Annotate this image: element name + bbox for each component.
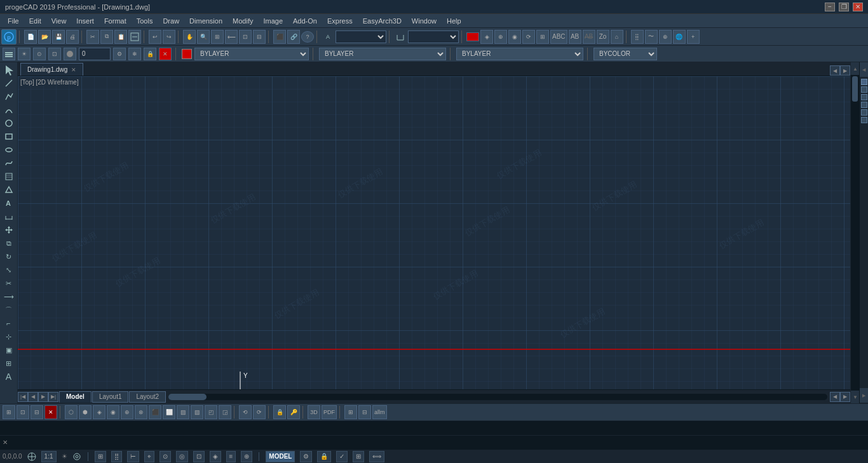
btm-btn22[interactable]: ⊟ xyxy=(358,405,371,419)
tool-hatch[interactable] xyxy=(1,170,17,183)
text-style-dropdown[interactable]: Standard xyxy=(336,30,386,43)
tb-circle-cross[interactable]: ⊕ xyxy=(659,30,672,44)
tb-text2[interactable]: AB xyxy=(569,30,581,44)
layer-freeze-btn[interactable]: ❄ xyxy=(128,48,141,60)
canvas-area[interactable]: [Top] [2D Wireframe] xyxy=(18,76,850,389)
tool-fillet[interactable]: ⌒ xyxy=(1,304,17,316)
tool-arc[interactable] xyxy=(1,104,17,116)
zoom-all-btn[interactable]: ⊡ xyxy=(239,30,252,44)
tool-text[interactable]: A xyxy=(1,197,17,210)
right-scroll-down[interactable]: ▼ xyxy=(851,391,860,403)
far-right-btn2[interactable]: ▶ xyxy=(860,388,869,403)
btm-btn20[interactable]: 🔑 xyxy=(287,405,300,419)
tool-letter-a[interactable]: A xyxy=(1,370,17,383)
menu-file[interactable]: File xyxy=(3,14,24,28)
tool-copy[interactable]: ⧉ xyxy=(1,237,17,250)
btm-btn12[interactable]: ⬜ xyxy=(163,405,175,419)
polar-btn[interactable]: ⌖ xyxy=(144,451,154,462)
model-btn[interactable]: MODEL xyxy=(266,451,295,462)
layer-icon2[interactable]: ⊙ xyxy=(33,48,46,60)
tool-group[interactable]: ▣ xyxy=(1,344,17,356)
tool-circle[interactable] xyxy=(1,117,17,130)
zoom-ext-btn[interactable]: ⊟ xyxy=(253,30,266,44)
arrows-btn[interactable]: ⟺ xyxy=(369,451,384,462)
ducs-btn[interactable]: ⊡ xyxy=(193,451,205,462)
btm-btn17[interactable]: ⟲ xyxy=(239,405,252,419)
menu-dimension[interactable]: Dimension xyxy=(184,14,227,28)
layer-props-btn[interactable] xyxy=(3,48,15,60)
v-scrollbar[interactable] xyxy=(851,75,859,391)
insert-block-btn[interactable]: ⬛ xyxy=(273,30,286,44)
btm-btn14[interactable]: ▧ xyxy=(191,405,203,419)
btm-btn4[interactable]: ✕ xyxy=(44,405,57,419)
tb-wave[interactable]: 〜 xyxy=(645,30,658,44)
menu-express[interactable]: Express xyxy=(322,14,358,28)
layout-tab-model[interactable]: Model xyxy=(59,391,92,403)
paste-btn[interactable]: 📋 xyxy=(114,30,127,44)
tb-text1[interactable]: ABC xyxy=(550,30,567,44)
redo-btn[interactable]: ↪ xyxy=(163,30,175,44)
tool-polyline[interactable] xyxy=(1,90,17,103)
annotate-btn[interactable]: ✓ xyxy=(336,451,348,462)
tb-globe[interactable]: 🌐 xyxy=(673,30,686,44)
menu-help[interactable]: Help xyxy=(442,14,466,28)
tb-extra3[interactable]: ◉ xyxy=(508,30,521,44)
menu-tools[interactable]: Tools xyxy=(132,14,158,28)
snap-btn[interactable]: ⊞ xyxy=(95,451,106,462)
btm-btn16[interactable]: ◲ xyxy=(219,405,231,419)
far-right-btn1[interactable]: ◀ xyxy=(860,62,869,77)
lineweight-dropdown[interactable]: BYLAYER xyxy=(456,48,583,60)
layer-del-btn[interactable]: ✕ xyxy=(159,48,172,60)
copy-btn[interactable]: ⧉ xyxy=(100,30,113,44)
btm-pdf-btn[interactable]: PDF xyxy=(322,405,337,419)
matchprop-btn[interactable] xyxy=(128,30,141,44)
print-btn[interactable]: 🖨 xyxy=(66,30,79,44)
tb-extra1[interactable]: ◈ xyxy=(480,30,493,44)
workspace-btn[interactable]: ⊞ xyxy=(353,451,364,462)
zoom-prev-btn[interactable]: ⟵ xyxy=(225,30,238,44)
far-right-tool6[interactable] xyxy=(861,117,867,123)
layer-icon4[interactable] xyxy=(64,48,76,60)
open-btn[interactable]: 📂 xyxy=(38,30,51,44)
color-dropdown[interactable]: BYLAYER xyxy=(194,48,309,60)
layer-lock-btn[interactable]: 🔒 xyxy=(144,48,156,60)
tool-rect[interactable] xyxy=(1,130,17,143)
tool-rotate[interactable]: ↻ xyxy=(1,250,17,263)
scroll-left-btn[interactable]: ◀ xyxy=(830,392,840,402)
dyn-btn[interactable]: ◈ xyxy=(210,451,221,462)
menu-image[interactable]: Image xyxy=(258,14,288,28)
btm-btn21[interactable]: ⊞ xyxy=(344,405,357,419)
tab-prev-btn[interactable]: ◀ xyxy=(830,65,840,76)
new-btn[interactable]: 📄 xyxy=(24,30,37,44)
tb-extra4[interactable]: ⟳ xyxy=(522,30,535,44)
tool-block[interactable]: ⊞ xyxy=(1,357,17,370)
scale-btn[interactable]: 1:1 xyxy=(41,451,57,462)
lwt-btn[interactable]: ≡ xyxy=(226,451,236,462)
layout-next-btn[interactable]: ▶ xyxy=(38,392,48,402)
tb-measure[interactable]: ⌂ xyxy=(611,30,623,44)
plotstyle-dropdown[interactable]: BYCOLOR xyxy=(593,48,657,60)
tpy-btn[interactable]: ⊕ xyxy=(241,451,252,462)
far-right-tool4[interactable] xyxy=(861,102,867,108)
h-scrollbar[interactable] xyxy=(168,394,827,400)
tool-move[interactable] xyxy=(1,224,17,236)
btm-btn7[interactable]: ◈ xyxy=(93,405,105,419)
tab-close-btn[interactable]: ✕ xyxy=(71,67,76,73)
tool-spline[interactable] xyxy=(1,157,17,170)
far-right-tool3[interactable] xyxy=(861,94,867,100)
menu-easyarch3d[interactable]: EasyArch3D xyxy=(358,14,407,28)
btm-btn10[interactable]: ⊗ xyxy=(135,405,147,419)
right-scroll-up[interactable]: ▲ xyxy=(851,62,860,75)
maximize-button[interactable]: ❐ xyxy=(839,3,849,11)
layout-first-btn[interactable]: |◀ xyxy=(18,392,28,402)
menu-format[interactable]: Format xyxy=(99,14,132,28)
xref-btn[interactable]: 🔗 xyxy=(287,30,300,44)
btm-btn3[interactable]: ⊟ xyxy=(31,405,43,419)
tb-text3[interactable]: AB xyxy=(583,30,595,44)
btm-allm-label[interactable]: allm xyxy=(372,405,387,419)
pan-btn[interactable]: ✋ xyxy=(183,30,196,44)
layer-icon1[interactable]: ☀ xyxy=(18,48,31,60)
btm-btn15[interactable]: ◰ xyxy=(205,405,217,419)
btm-3d-btn[interactable]: 3D xyxy=(308,405,320,419)
color-btn[interactable] xyxy=(466,32,479,41)
